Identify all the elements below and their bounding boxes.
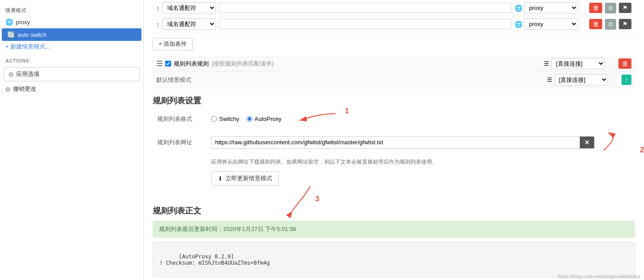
undo-changes-label: 撤销更改 (13, 85, 36, 93)
sidebar-item-proxy[interactable]: 🌐 proxy (0, 16, 143, 28)
undo-changes-button[interactable]: ⊙ 撤销更改 (0, 83, 143, 95)
proxy-select-wrap-1: 🌐 proxy (515, 2, 587, 13)
globe-icon-2: 🌐 (515, 21, 522, 28)
flag-rule-btn-1[interactable]: ⚑ (619, 3, 631, 13)
delete-rulelist-btn[interactable]: 🗑 (618, 58, 631, 69)
annotation-1-wrap: 1 (300, 111, 335, 126)
main-panel: ↕ 域名通配符 *.example.com 🌐 proxy 🗑 ⧉ ⚑ ↕ 域名… (144, 0, 644, 280)
proxy-select-1[interactable]: proxy (524, 2, 578, 13)
last-update-box: 规则列表最后更新时间：2020年1月27日 下午5:01:56 (153, 221, 635, 238)
rulelist-icon: ☰ (156, 59, 163, 68)
proxy-select-wrap-2: 🌐 proxy (515, 18, 587, 30)
switch-icon: 🔄 (7, 31, 15, 38)
rulelist-settings-title: 规则列表设置 (153, 95, 635, 106)
sidebar-add-scenario[interactable]: + 新建情景模式... (0, 41, 143, 53)
annotation-3-label: 3 (315, 195, 319, 203)
format-row: 规则列表格式 Switchy AutoProxy (157, 111, 631, 126)
rulelist-proxy-select[interactable]: [直接连接] (551, 58, 605, 69)
sort-icon-2[interactable]: ↕ (156, 21, 159, 28)
hint-text: 应用将从此网址下载规则列表。如果网址留空，则以下文本会被直接处理后作为规则列表使… (157, 158, 631, 166)
annotation-2-label: 2 (640, 146, 644, 154)
delete-rule-btn-1[interactable]: 🗑 (589, 3, 602, 13)
default-proxy-wrap: ☰ [直接连接] (547, 74, 619, 85)
rulelist-rule-row: ☰ 规则列表规则 (按照规则列表匹配请求) ☰ [直接连接] 🗑 (153, 56, 635, 72)
rulelist-label: 规则列表规则 (174, 60, 209, 68)
default-action-btn[interactable]: ↑ (622, 75, 632, 85)
code-box: [AutoProxy 0.2.9] ! Checksum: mIShJtvB4U… (153, 242, 635, 277)
apply-icon: ⊙ (9, 71, 13, 78)
update-btn-label: 立即更新情景模式 (225, 174, 272, 182)
format-switchy-radio[interactable] (211, 116, 217, 122)
update-btn-wrap: ⬇ 立即更新情景模式 3 (157, 171, 279, 192)
update-scenario-button[interactable]: ⬇ 立即更新情景模式 (211, 171, 279, 186)
last-update-text: 规则列表最后更新时间：2020年1月27日 下午5:01:56 (159, 226, 296, 232)
sort-icon-1[interactable]: ↕ (156, 4, 159, 12)
rule-type-select-2[interactable]: 域名通配符 (162, 18, 216, 30)
add-condition-button[interactable]: + 添加条件 (153, 38, 193, 50)
rulelist-checkbox[interactable] (165, 61, 171, 67)
globe-icon-1: 🌐 (515, 4, 522, 12)
arrow-3-svg (288, 186, 315, 213)
format-switchy-label: Switchy (219, 116, 239, 122)
settings-block: 规则列表格式 Switchy AutoProxy (153, 111, 635, 192)
default-scenario-row: 默认情景模式 ☰ [直接连接] ↑ (153, 72, 635, 88)
apply-options-button[interactable]: ⊙ 应用选项 (4, 67, 140, 81)
annotation-1-label: 1 (345, 107, 349, 115)
format-autoproxy-radio[interactable] (247, 116, 252, 122)
default-proxy-select[interactable]: [直接连接] (554, 74, 608, 85)
update-icon: ⬇ (218, 175, 223, 182)
format-autoproxy-label: AutoProxy (255, 116, 282, 122)
url-label: 规则列表网址 (157, 138, 211, 147)
direct-icon-1: ☰ (544, 60, 549, 67)
arrow-2-svg (604, 133, 631, 151)
sidebar-item-auto-switch[interactable]: 🔄 auto switch (2, 28, 141, 41)
rulelist-body-title: 规则列表正文 (153, 205, 635, 216)
main-content: ↕ 域名通配符 *.example.com 🌐 proxy 🗑 ⧉ ⚑ ↕ 域名… (144, 0, 644, 280)
rule-type-select-1[interactable]: 域名通配符 (162, 2, 216, 13)
watermark: https://blog.csdn.net/jiangwudidababa (558, 274, 640, 279)
format-label: 规则列表格式 (157, 115, 211, 123)
default-label: 默认情景模式 (156, 76, 544, 84)
globe-icon: 🌐 (5, 18, 13, 26)
annotation-2-wrap: 2 (604, 133, 631, 152)
url-clear-button[interactable]: ✕ (580, 137, 594, 148)
delete-rule-btn-2[interactable]: 🗑 (589, 19, 602, 29)
copy-rule-btn-1[interactable]: ⧉ (605, 3, 616, 13)
url-input[interactable] (212, 137, 580, 148)
url-row: 规则列表网址 ✕ 2 (157, 133, 631, 152)
direct-icon-2: ☰ (547, 76, 552, 83)
proxy-select-2[interactable]: proxy (524, 18, 578, 30)
undo-icon: ⊙ (5, 86, 10, 93)
rulelist-checkbox-row: 规则列表规则 (165, 60, 209, 68)
rule-row-2: ↕ 域名通配符 www.paida.xin 🌐 proxy 🗑 ⧉ ⚑ (153, 16, 635, 32)
rulelist-hint: (按照规则列表匹配请求) (212, 60, 541, 68)
sidebar-item-proxy-label: proxy (16, 19, 30, 26)
annotation-3-wrap: 3 (288, 186, 315, 214)
rulelist-proxy-wrap: ☰ [直接连接] (544, 58, 616, 69)
sidebar-section-label: 情景模式 (0, 4, 143, 16)
rule-value-input-2[interactable]: www.paida.xin (219, 19, 512, 29)
format-switchy[interactable]: Switchy (211, 116, 239, 122)
rule-row-1: ↕ 域名通配符 *.example.com 🌐 proxy 🗑 ⧉ ⚑ (153, 0, 635, 16)
format-autoproxy[interactable]: AutoProxy (247, 116, 282, 122)
copy-rule-btn-2[interactable]: ⧉ (605, 19, 616, 30)
url-input-wrap: ✕ (211, 136, 595, 149)
code-line-1: [AutoProxy 0.2.9] (179, 253, 234, 260)
sidebar-item-auto-switch-label: auto switch (18, 31, 47, 38)
rule-value-input-1[interactable]: *.example.com (219, 3, 512, 13)
apply-options-label: 应用选项 (16, 70, 40, 78)
sidebar: 情景模式 🌐 proxy 🔄 auto switch + 新建情景模式... A… (0, 0, 144, 280)
code-line-2: ! Checksum: mIShJtvB4UUaZ7ms+0fm4g (159, 260, 270, 266)
sidebar-actions-label: ACTIONS (0, 53, 143, 65)
flag-rule-btn-2[interactable]: ⚑ (619, 19, 631, 29)
format-radio-group: Switchy AutoProxy (211, 116, 282, 122)
arrow-1-svg (300, 111, 335, 125)
